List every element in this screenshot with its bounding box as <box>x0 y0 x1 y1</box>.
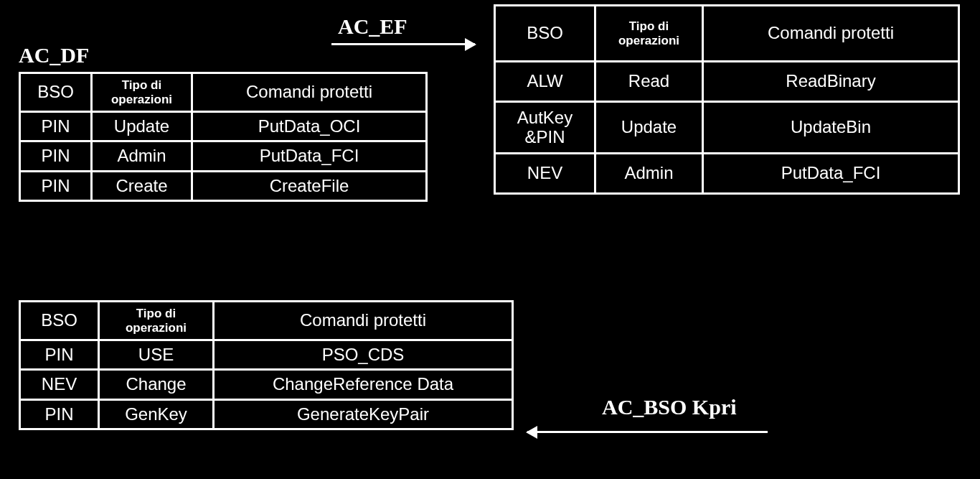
cell-bso: PIN <box>20 141 92 171</box>
table-ac-df: BSO Tipo di operazioni Comandi protetti … <box>19 72 428 202</box>
cell-tipo: Admin <box>595 154 703 194</box>
header-bso: BSO <box>20 73 92 112</box>
table-row: AutKey &PIN Update UpdateBin <box>495 102 959 154</box>
table-row: BSO Tipo di operazioni Comandi protetti <box>20 302 513 340</box>
label-ac-df: AC_DF <box>19 43 89 68</box>
header-comandi: Comandi protetti <box>703 6 959 62</box>
cell-cmd: PutData_FCI <box>192 141 427 171</box>
table-row: PIN GenKey GenerateKeyPair <box>20 399 513 429</box>
cell-tipo: USE <box>99 340 214 370</box>
cell-bso: PIN <box>20 340 99 370</box>
cell-tipo: Read <box>595 62 703 102</box>
cell-bso: NEV <box>20 370 99 399</box>
table-row: NEV Admin PutData_FCI <box>495 154 959 194</box>
cell-bso: PIN <box>20 399 99 429</box>
cell-bso: PIN <box>20 112 92 141</box>
cell-cmd: PutData_OCI <box>192 112 427 141</box>
cell-bso: NEV <box>495 154 595 194</box>
table-ac-bso-kpri: BSO Tipo di operazioni Comandi protetti … <box>19 300 514 430</box>
table-row: NEV Change ChangeReference Data <box>20 370 513 399</box>
cell-bso: ALW <box>495 62 595 102</box>
table-row: BSO Tipo di operazioni Comandi protetti <box>495 6 959 62</box>
header-bso: BSO <box>495 6 595 62</box>
table-row: PIN Update PutData_OCI <box>20 112 427 141</box>
table-row: BSO Tipo di operazioni Comandi protetti <box>20 73 427 112</box>
cell-tipo: Admin <box>92 141 192 171</box>
table-ac-ef: BSO Tipo di operazioni Comandi protetti … <box>494 4 960 195</box>
label-ac-bso-kpri: AC_BSO Kpri <box>602 395 737 419</box>
cell-bso: AutKey &PIN <box>495 102 595 154</box>
table-row: PIN USE PSO_CDS <box>20 340 513 370</box>
cell-tipo: Change <box>99 370 214 399</box>
cell-bso: PIN <box>20 171 92 200</box>
header-tipo: Tipo di operazioni <box>92 73 192 112</box>
cell-cmd: PutData_FCI <box>703 154 959 194</box>
cell-tipo: GenKey <box>99 399 214 429</box>
cell-cmd: CreateFile <box>192 171 427 200</box>
cell-tipo: Update <box>92 112 192 141</box>
cell-tipo: Update <box>595 102 703 154</box>
table-row: ALW Read ReadBinary <box>495 62 959 102</box>
label-ac-ef: AC_EF <box>338 14 407 39</box>
arrow-ac-bso-kpri <box>527 431 768 433</box>
cell-cmd: PSO_CDS <box>214 340 513 370</box>
header-tipo: Tipo di operazioni <box>595 6 703 62</box>
cell-cmd: ReadBinary <box>703 62 959 102</box>
cell-cmd: UpdateBin <box>703 102 959 154</box>
cell-cmd: GenerateKeyPair <box>214 399 513 429</box>
header-bso: BSO <box>20 302 99 340</box>
arrow-ac-ef <box>331 43 475 45</box>
cell-tipo: Create <box>92 171 192 200</box>
header-comandi: Comandi protetti <box>192 73 427 112</box>
table-row: PIN Create CreateFile <box>20 171 427 200</box>
header-comandi: Comandi protetti <box>214 302 513 340</box>
cell-cmd: ChangeReference Data <box>214 370 513 399</box>
header-tipo: Tipo di operazioni <box>99 302 214 340</box>
table-row: PIN Admin PutData_FCI <box>20 141 427 171</box>
